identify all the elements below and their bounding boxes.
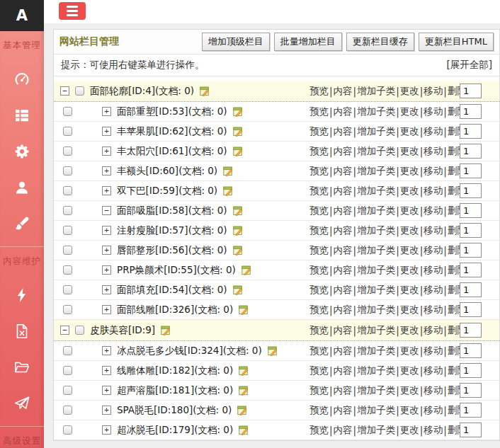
row-checkbox[interactable] (63, 346, 72, 355)
action-move-link[interactable]: 移动 (424, 165, 443, 178)
action-add-child-link[interactable]: 增加子类 (357, 205, 395, 217)
action-preview-link[interactable]: 预览 (309, 264, 329, 277)
action-edit-link[interactable]: 更改 (400, 304, 419, 316)
action-preview-link[interactable]: 预览 (309, 85, 329, 98)
action-add-child-link[interactable]: 增加子类 (357, 264, 395, 277)
action-content-link[interactable]: 内容 (334, 304, 353, 316)
tree-toggle-icon[interactable]: + (102, 246, 111, 255)
edit-note-icon[interactable] (239, 425, 249, 435)
action-edit-link[interactable]: 更改 (400, 185, 419, 197)
action-content-link[interactable]: 内容 (334, 105, 353, 118)
action-move-link[interactable]: 移动 (424, 324, 443, 337)
action-add-child-link[interactable]: 增加子类 (357, 284, 395, 297)
action-content-link[interactable]: 内容 (334, 404, 353, 417)
action-edit-link[interactable]: 更改 (400, 384, 419, 397)
action-move-link[interactable]: 移动 (424, 185, 443, 197)
row-checkbox[interactable] (63, 127, 72, 136)
action-move-link[interactable]: 移动 (424, 224, 443, 237)
file-excel-icon[interactable] (13, 323, 30, 340)
action-content-link[interactable]: 内容 (334, 224, 353, 237)
action-preview-link[interactable]: 预览 (309, 185, 329, 197)
action-move-link[interactable]: 移动 (424, 145, 443, 158)
action-edit-link[interactable]: 更改 (400, 224, 419, 237)
edit-note-icon[interactable] (237, 406, 247, 415)
sort-order-input[interactable] (460, 183, 482, 198)
action-edit-link[interactable]: 更改 (400, 244, 419, 257)
batch-add-category-button[interactable]: 批量增加栏目 (274, 33, 342, 51)
tree-toggle-icon[interactable]: + (102, 425, 111, 435)
action-preview-link[interactable]: 预览 (309, 284, 329, 297)
edit-note-icon[interactable] (223, 166, 233, 176)
action-move-link[interactable]: 移动 (424, 384, 443, 397)
tree-toggle-icon[interactable]: + (102, 265, 111, 275)
edit-note-icon[interactable] (233, 206, 243, 216)
row-checkbox[interactable] (63, 366, 72, 375)
row-checkbox[interactable] (63, 285, 72, 294)
action-add-child-link[interactable]: 增加子类 (357, 244, 395, 257)
sort-order-input[interactable] (460, 302, 482, 317)
action-content-link[interactable]: 内容 (334, 85, 353, 98)
update-category-html-button[interactable]: 更新栏目HTML (419, 33, 494, 51)
row-checkbox[interactable] (63, 107, 72, 116)
row-label[interactable]: 线雕体雕[ID:182](文档: 0) (117, 364, 233, 377)
row-checkbox[interactable] (63, 425, 72, 435)
action-edit-link[interactable]: 更改 (400, 364, 419, 377)
action-move-link[interactable]: 移动 (424, 105, 443, 118)
row-label[interactable]: 面部填充[ID:54](文档: 0) (117, 284, 227, 297)
action-add-child-link[interactable]: 增加子类 (357, 364, 395, 377)
row-checkbox[interactable] (75, 326, 84, 335)
action-add-child-link[interactable]: 增加子类 (357, 145, 395, 158)
sort-order-input[interactable] (460, 203, 482, 218)
action-edit-link[interactable]: 更改 (400, 145, 419, 158)
action-move-link[interactable]: 移动 (424, 345, 443, 357)
row-label[interactable]: 注射瘦脸[ID:57](文档: 0) (117, 224, 227, 237)
action-edit-link[interactable]: 更改 (400, 345, 419, 357)
sort-order-input[interactable] (460, 163, 482, 178)
row-checkbox[interactable] (63, 186, 72, 195)
bolt-icon[interactable] (13, 287, 30, 304)
action-edit-link[interactable]: 更改 (400, 165, 419, 178)
tree-toggle-icon[interactable]: + (102, 226, 111, 235)
action-preview-link[interactable]: 预览 (309, 384, 329, 397)
add-top-category-button[interactable]: 增加顶级栏目 (202, 33, 270, 51)
action-move-link[interactable]: 移动 (424, 125, 443, 138)
action-edit-link[interactable]: 更改 (400, 205, 419, 217)
action-add-child-link[interactable]: 增加子类 (357, 224, 395, 237)
list-icon[interactable] (13, 107, 30, 124)
row-checkbox[interactable] (63, 265, 72, 275)
row-label[interactable]: SPA脱毛[ID:180](文档: 0) (117, 404, 232, 417)
action-add-child-link[interactable]: 增加子类 (357, 324, 395, 337)
tree-toggle-icon[interactable]: − (60, 326, 69, 335)
action-preview-link[interactable]: 预览 (309, 145, 329, 158)
tree-toggle-icon[interactable]: + (102, 406, 111, 415)
edit-note-icon[interactable] (233, 107, 243, 117)
user-icon[interactable] (13, 179, 30, 196)
action-preview-link[interactable]: 预览 (309, 224, 329, 237)
action-move-link[interactable]: 移动 (424, 364, 443, 377)
row-checkbox[interactable] (63, 226, 72, 235)
paper-plane-icon[interactable] (13, 395, 30, 412)
row-label[interactable]: 超声溶脂[ID:181](文档: 0) (117, 384, 233, 397)
edit-note-icon[interactable] (233, 285, 243, 295)
action-content-link[interactable]: 内容 (334, 205, 353, 217)
gear-icon[interactable] (13, 143, 30, 160)
action-preview-link[interactable]: 预览 (309, 324, 329, 337)
action-add-child-link[interactable]: 增加子类 (357, 384, 395, 397)
row-checkbox[interactable] (63, 147, 72, 156)
action-content-link[interactable]: 内容 (334, 284, 353, 297)
tree-toggle-icon[interactable]: + (102, 166, 111, 176)
sort-order-input[interactable] (460, 423, 482, 437)
sort-order-input[interactable] (460, 144, 482, 159)
action-edit-link[interactable]: 更改 (400, 105, 419, 118)
action-preview-link[interactable]: 预览 (309, 364, 329, 377)
update-category-cache-button[interactable]: 更新栏目缓存 (346, 33, 414, 51)
hamburger-icon[interactable] (59, 2, 86, 20)
row-label[interactable]: 面部轮廓[ID:4](文档: 0) (90, 85, 194, 98)
edit-note-icon[interactable] (223, 186, 233, 196)
action-preview-link[interactable]: 预览 (309, 304, 329, 316)
sort-order-input[interactable] (460, 223, 482, 238)
row-label[interactable]: 冰点脱毛多少钱[ID:324](文档: 0) (117, 345, 262, 357)
action-content-link[interactable]: 内容 (334, 364, 353, 377)
sort-order-input[interactable] (460, 104, 482, 119)
row-label[interactable]: 丰太阳穴[ID:61](文档: 0) (117, 145, 227, 158)
